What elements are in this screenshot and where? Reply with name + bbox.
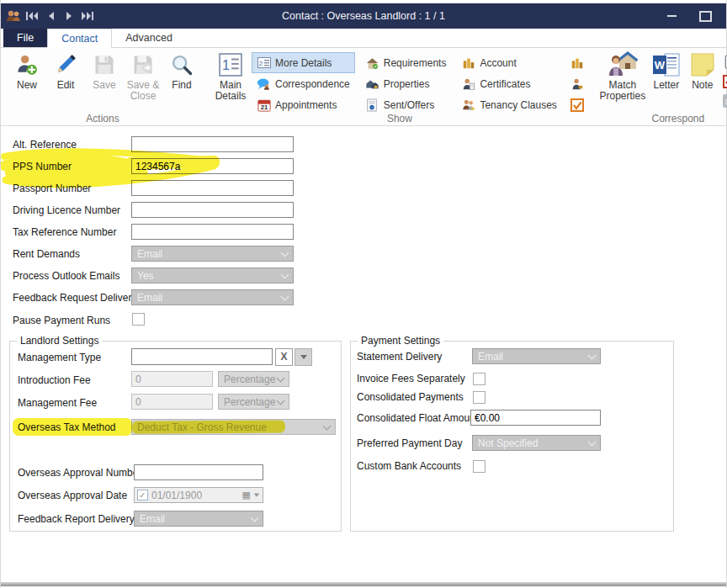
ribbon-group-actions: New Edit Save Save & Close	[1, 48, 204, 125]
landlord-settings-legend: Landlord Settings	[17, 335, 102, 347]
calendar-icon: ▦	[242, 490, 251, 501]
email-at-button[interactable]: @	[723, 94, 727, 108]
minimize-button[interactable]	[657, 3, 686, 29]
preferred-payment-day-value: Not Specified	[478, 437, 538, 449]
save-button-label: Save	[93, 80, 115, 91]
find-button-label: Find	[172, 80, 191, 91]
match-properties-label: Match Properties	[598, 80, 647, 102]
date-enabled-checkbox: ✓	[137, 490, 148, 501]
passport-number-input[interactable]	[131, 180, 294, 196]
certificates-icon	[461, 77, 475, 91]
overseas-approval-number-label: Overseas Approval Number	[18, 465, 141, 481]
save-close-floppy-icon	[131, 51, 155, 78]
rent-demands-combo[interactable]: Email	[131, 246, 294, 262]
correspondence-button[interactable]: Correspondence	[252, 73, 355, 94]
feedback-request-label: Feedback Request Delivery	[13, 290, 136, 306]
more-details-label: More Details	[275, 57, 332, 69]
passport-number-label: Passport Number	[13, 181, 91, 197]
letter-button[interactable]: W Letter	[647, 50, 686, 91]
properties-button[interactable]: Properties	[360, 73, 452, 94]
chevron-down-icon	[251, 513, 259, 522]
overseas-approval-date-label: Overseas Approval Date	[18, 488, 127, 504]
pps-number-input[interactable]	[131, 158, 294, 174]
save-button[interactable]: Save	[85, 50, 124, 91]
letter-button-label: Letter	[653, 80, 679, 91]
main-details-button[interactable]: 1 Main Details	[210, 50, 252, 102]
pause-payment-runs-checkbox[interactable]	[132, 313, 145, 326]
alt-reference-input[interactable]	[131, 136, 294, 152]
appointments-calendar-icon: 21	[257, 98, 271, 112]
pps-number-label: PPS Number	[13, 159, 72, 175]
triangle-down-icon	[254, 493, 260, 496]
statement-delivery-label: Statement Delivery	[357, 349, 442, 365]
appointments-label: Appointments	[275, 99, 337, 111]
tab-file[interactable]: File	[3, 29, 47, 47]
app-window: Contact : Overseas Landlord : 1 / 1 File…	[0, 0, 727, 588]
overseas-tax-method-label: Overseas Tax Method	[18, 420, 116, 436]
tax-reference-label: Tax Reference Number	[13, 225, 116, 241]
overseas-approval-number-input[interactable]	[134, 464, 263, 480]
management-type-clear-button[interactable]: X	[275, 348, 293, 366]
match-properties-button[interactable]: Match Properties	[598, 50, 647, 102]
ribbon: New Edit Save Save & Close	[1, 48, 726, 126]
feedback-report-delivery-value: Email	[140, 513, 165, 525]
account-extra-button[interactable]	[565, 52, 590, 73]
edit-button[interactable]: Edit	[46, 50, 85, 91]
requirements-house-icon	[365, 56, 379, 70]
save-close-button-label: Save & Close	[124, 80, 162, 102]
previous-record-button[interactable]	[41, 7, 60, 25]
introduction-fee-label: Introduction Fee	[18, 373, 91, 389]
main-details-label: Main Details	[210, 80, 252, 102]
consolidated-float-amount-input[interactable]	[470, 410, 601, 426]
tax-reference-input[interactable]	[131, 224, 294, 240]
main-details-icon: 1	[219, 51, 242, 78]
tab-contact[interactable]: Contact	[47, 29, 112, 48]
custom-bank-accounts-checkbox[interactable]	[473, 460, 486, 473]
statement-delivery-combo: Email	[472, 348, 601, 364]
svg-text:2: 2	[258, 60, 263, 67]
management-type-dropdown-button[interactable]	[295, 348, 312, 366]
certificates-button[interactable]: Certificates	[456, 73, 561, 94]
invoice-fees-separately-checkbox[interactable]	[473, 373, 486, 385]
tenancy-clauses-icon	[461, 98, 475, 112]
chevron-down-icon	[277, 373, 285, 382]
rent-demands-value: Email	[137, 248, 162, 260]
find-button[interactable]: Find	[162, 50, 201, 91]
chevron-down-icon	[281, 292, 289, 300]
pause-payment-runs-label: Pause Payment Runs	[13, 313, 110, 329]
edit-button-label: Edit	[57, 80, 75, 91]
note-button[interactable]: Note	[686, 50, 719, 91]
ribbon-group-show: 1 Main Details 2 More Details Correspond…	[206, 48, 593, 125]
maximize-button[interactable]	[691, 3, 719, 29]
account-small-icon	[570, 56, 585, 70]
save-floppy-icon	[93, 51, 116, 78]
account-button[interactable]: Account	[456, 52, 561, 73]
first-record-button[interactable]	[23, 7, 41, 25]
requirements-label: Requirements	[384, 57, 447, 69]
overseas-tax-method-combo: Deduct Tax - Gross Revenue	[131, 419, 336, 435]
feedback-report-delivery-combo: Email	[134, 511, 263, 527]
driving-licence-input[interactable]	[131, 202, 294, 218]
next-record-button[interactable]	[60, 7, 78, 25]
overseas-tax-method-value: Deduct Tax - Gross Revenue	[137, 421, 267, 433]
consolidated-payments-checkbox[interactable]	[473, 391, 486, 404]
word-letter-icon: W	[652, 51, 681, 78]
chevron-down-icon	[323, 421, 332, 430]
preferred-payment-day-combo: Not Specified	[472, 435, 601, 451]
tab-advanced[interactable]: Advanced	[112, 29, 186, 47]
management-fee-label: Management Fee	[18, 395, 97, 411]
new-button[interactable]: New	[8, 50, 46, 91]
note-sticky-icon	[690, 51, 715, 78]
more-details-button[interactable]: 2 More Details	[252, 52, 355, 73]
task-checkbox-button[interactable]	[723, 74, 727, 88]
last-record-button[interactable]	[78, 7, 97, 25]
process-outlook-combo[interactable]: Yes	[131, 268, 294, 283]
properties-label: Properties	[384, 78, 430, 90]
management-type-label: Management Type	[18, 350, 101, 366]
management-type-input[interactable]	[131, 348, 273, 365]
sms-phone-button[interactable]	[723, 55, 727, 69]
certificates-extra-button[interactable]	[565, 73, 590, 94]
requirements-button[interactable]: Requirements	[360, 52, 452, 73]
feedback-request-combo[interactable]: Email	[131, 289, 294, 305]
save-close-button[interactable]: Save & Close	[124, 50, 162, 102]
